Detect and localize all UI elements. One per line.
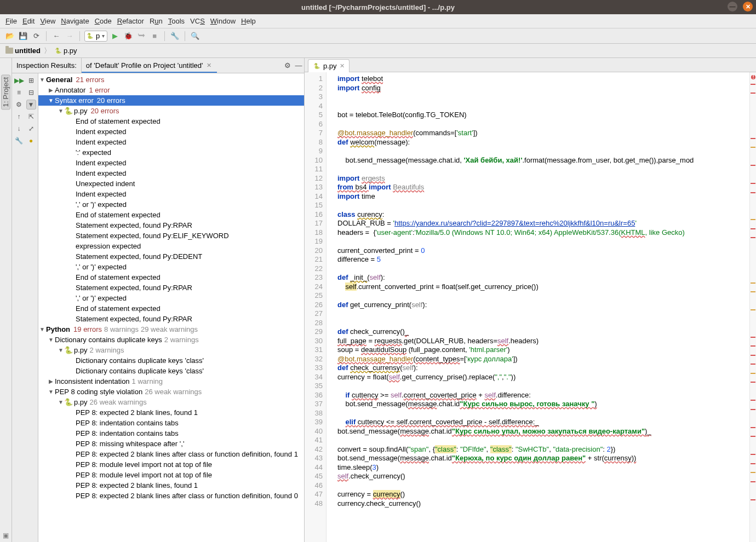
- tree-file[interactable]: ▼🐍 p.py 20 errors: [38, 106, 304, 116]
- tree-group-dupkeys[interactable]: ▼Dictionary contains duplicate keys 2 wa…: [38, 335, 304, 345]
- search-icon[interactable]: 🔍: [190, 31, 201, 42]
- tree-item[interactable]: PEP 8: expected 2 blank lines after clas…: [38, 491, 304, 501]
- tree-group-general[interactable]: ▼General 21 errors: [38, 74, 304, 85]
- svg-text:!: !: [752, 74, 754, 80]
- tree-item[interactable]: PEP 8: expected 2 blank lines after clas…: [38, 449, 304, 459]
- project-toolwindow-tab[interactable]: 1: Project: [1, 74, 10, 109]
- editor-tab-ppy[interactable]: 🐍 p.py ✕: [308, 59, 350, 72]
- open-icon[interactable]: 📂: [4, 31, 15, 42]
- code-area[interactable]: import telebotimport configbot = telebot…: [333, 72, 749, 542]
- menu-window[interactable]: Window: [208, 16, 238, 26]
- inspection-title: Inspection Results:: [12, 58, 82, 73]
- run-button-icon[interactable]: ▶: [110, 31, 121, 42]
- tree-item[interactable]: Statement expected, found Py:DEDENT: [38, 251, 304, 262]
- next-icon[interactable]: ↓: [14, 124, 24, 134]
- inspection-profile-tab[interactable]: of 'Default' Profile on Project 'untitle…: [82, 58, 217, 73]
- menu-vcs[interactable]: VCS: [188, 16, 207, 26]
- hide-panel-icon[interactable]: —: [293, 61, 304, 70]
- open-ext-icon[interactable]: ⤢: [26, 124, 36, 134]
- breadcrumb-project[interactable]: untitled: [3, 45, 43, 56]
- export-icon[interactable]: ⇱: [26, 112, 36, 122]
- tree-item[interactable]: expression expected: [38, 241, 304, 251]
- tree-item[interactable]: End of statement expected: [38, 210, 304, 220]
- nav-back-icon[interactable]: ←: [51, 31, 62, 42]
- menu-view[interactable]: View: [38, 16, 58, 26]
- filter-icon[interactable]: ▼: [26, 100, 36, 109]
- tree-item[interactable]: Unexpected indent: [38, 178, 304, 189]
- breadcrumb-file[interactable]: 🐍 p.py: [52, 45, 79, 56]
- sync-icon[interactable]: ⟳: [31, 31, 42, 42]
- tree-item[interactable]: PEP 8: expected 2 blank lines, found 1: [38, 480, 304, 491]
- analysis-indicator-icon: !: [751, 74, 756, 80]
- run-coverage-icon[interactable]: ⮩: [136, 31, 147, 42]
- window-minimize-button[interactable]: —: [728, 2, 737, 11]
- debug-button-icon[interactable]: 🐞: [123, 31, 134, 42]
- menu-edit[interactable]: Edit: [20, 16, 37, 26]
- tree-group-python[interactable]: ▼Python 19 errors 8 warnings 29 weak war…: [38, 324, 304, 335]
- tree-item[interactable]: PEP 8: indentation contains tabs: [38, 428, 304, 439]
- gear-icon[interactable]: ⚙: [282, 61, 293, 70]
- close-tab-icon[interactable]: ✕: [340, 62, 345, 70]
- menu-code[interactable]: Code: [93, 16, 114, 26]
- window-titlebar: untitled [~/PycharmProjects/untitled] - …: [0, 0, 756, 14]
- python-file-icon: 🐍: [65, 399, 72, 406]
- run-config-selector[interactable]: 🐍 p ▾: [84, 31, 107, 42]
- menu-run[interactable]: Run: [147, 16, 165, 26]
- tree-group-annotator[interactable]: ▶Annotator 1 error: [38, 85, 304, 95]
- settings-icon[interactable]: ⚙: [14, 100, 24, 109]
- menu-file[interactable]: File: [3, 16, 19, 26]
- tree-item[interactable]: Indent expected: [38, 158, 304, 168]
- tree-item[interactable]: PEP 8: module level import not at top of…: [38, 459, 304, 470]
- tree-item[interactable]: Statement expected, found Py:RPAR: [38, 282, 304, 293]
- tree-group-syntax-error[interactable]: ▼Syntax error 20 errors: [38, 95, 304, 106]
- tree-item[interactable]: Statement expected, found Py:RPAR: [38, 220, 304, 230]
- tree-file[interactable]: ▼🐍 p.py 2 warnings: [38, 345, 304, 355]
- window-close-button[interactable]: ✕: [743, 2, 753, 11]
- main-toolbar: 📂 💾 ⟳ ← → 🐍 p ▾ ▶ 🐞 ⮩ ■ 🔧 🔍: [0, 28, 756, 44]
- fix-icon[interactable]: 🔧: [14, 136, 24, 146]
- tree-item[interactable]: PEP 8: expected 2 blank lines, found 1: [38, 407, 304, 418]
- tree-item[interactable]: End of statement expected: [38, 116, 304, 126]
- tree-item[interactable]: End of statement expected: [38, 303, 304, 314]
- tree-group-indent[interactable]: ▶Inconsistent indentation 1 warning: [38, 376, 304, 387]
- bulb-icon[interactable]: ●: [26, 136, 36, 146]
- menu-navigate[interactable]: Navigate: [59, 16, 91, 26]
- tree-item[interactable]: Statement expected, found Py:ELIF_KEYWOR…: [38, 230, 304, 241]
- structure-icon[interactable]: ▣: [2, 531, 10, 540]
- tree-file[interactable]: ▼🐍 p.py 26 weak warnings: [38, 397, 304, 407]
- tree-item[interactable]: ',' or ')' expected: [38, 293, 304, 303]
- tree-item[interactable]: Statement expected, found Py:RPAR: [38, 314, 304, 324]
- menu-help[interactable]: Help: [239, 16, 258, 26]
- tree-item[interactable]: Indent expected: [38, 168, 304, 178]
- save-icon[interactable]: 💾: [18, 31, 28, 42]
- tree-item[interactable]: Indent expected: [38, 126, 304, 137]
- menu-tools[interactable]: Tools: [166, 16, 187, 26]
- collapse-icon[interactable]: ⊟: [26, 88, 36, 97]
- python-file-icon: 🐍: [54, 47, 62, 55]
- tree-item[interactable]: ':' expected: [38, 147, 304, 158]
- line-number-gutter[interactable]: 1234567891011121314151617181920212223242…: [305, 72, 327, 542]
- stop-button-icon[interactable]: ■: [149, 31, 160, 42]
- expand-icon[interactable]: ⊞: [26, 76, 36, 85]
- prev-icon[interactable]: ↑: [14, 112, 24, 122]
- inspection-tree[interactable]: ▼General 21 errors ▶Annotator 1 error ▼S…: [38, 73, 304, 542]
- tree-item[interactable]: PEP 8: missing whitespace after ',': [38, 439, 304, 449]
- tree-item[interactable]: End of statement expected: [38, 272, 304, 282]
- tree-item[interactable]: Indent expected: [38, 137, 304, 147]
- tree-item[interactable]: PEP 8: module level import not at top of…: [38, 470, 304, 480]
- tree-item[interactable]: ',' or ')' expected: [38, 199, 304, 210]
- tree-group-pep8[interactable]: ▼PEP 8 coding style violation 26 weak wa…: [38, 387, 304, 397]
- close-tab-icon[interactable]: ✕: [207, 62, 211, 69]
- tree-item[interactable]: Dictionary contains duplicate keys 'clas…: [38, 366, 304, 376]
- group-by-icon[interactable]: ≡: [14, 88, 24, 97]
- tree-item[interactable]: ',' or ')' expected: [38, 262, 304, 272]
- tree-item[interactable]: Indent expected: [38, 189, 304, 199]
- tree-item[interactable]: Dictionary contains duplicate keys 'clas…: [38, 355, 304, 366]
- nav-forward-icon[interactable]: →: [64, 31, 75, 42]
- rerun-icon[interactable]: ▶▶: [14, 76, 24, 85]
- build-icon[interactable]: 🔧: [169, 31, 180, 42]
- error-stripe[interactable]: !: [749, 72, 756, 542]
- tree-item[interactable]: PEP 8: indentation contains tabs: [38, 418, 304, 428]
- menu-refactor[interactable]: Refactor: [115, 16, 146, 26]
- code-editor[interactable]: 1234567891011121314151617181920212223242…: [305, 72, 756, 542]
